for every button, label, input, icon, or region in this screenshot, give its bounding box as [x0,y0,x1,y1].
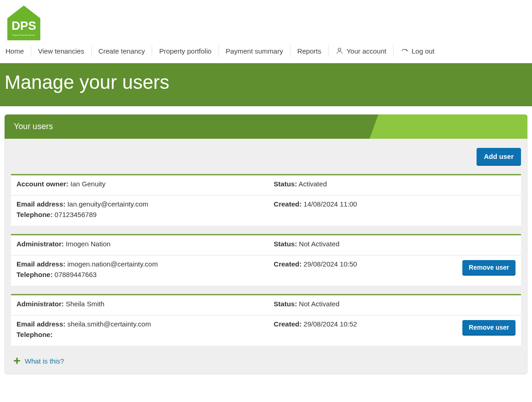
user-email: Email address: sheila.smith@certainty.co… [16,320,274,328]
user-status: Status: Not Activated [274,300,428,308]
user-created: Created: 29/08/2024 10:52 [274,320,428,328]
remove-user-button[interactable]: Remove user [462,260,516,275]
user-role-name: Account owner: Ian Genuity [16,180,274,188]
user-telephone: Telephone: [16,331,274,338]
main-nav: Home View tenancies Create tenancy Prope… [0,45,532,63]
user-email: Email address: Ian.genuity@certainty.com [16,200,274,208]
user-card-detail-row: Email address: Ian.genuity@certainty.com… [11,196,521,226]
logo-container: DPS Deposit Protection Service [0,0,532,45]
user-created: Created: 14/08/2024 11:00 [274,200,428,208]
help-row: What is this? [5,354,527,369]
user-telephone: Telephone: 07123456789 [16,211,274,218]
dps-logo: DPS Deposit Protection Service [5,5,42,41]
user-role-name: Administrator: Imogen Nation [16,240,274,248]
svg-rect-5 [14,360,20,362]
nav-view-tenancies[interactable]: View tenancies [31,45,92,57]
user-icon [335,47,344,55]
svg-point-3 [338,48,341,51]
nav-payment-summary[interactable]: Payment summary [219,45,291,57]
nav-reports[interactable]: Reports [291,45,329,57]
user-card-header-row: Administrator: Imogen NationStatus: Not … [11,235,521,255]
svg-text:Deposit Protection Service: Deposit Protection Service [12,34,35,36]
nav-your-account[interactable]: Your account [329,45,394,57]
logout-arrow-icon [400,47,409,55]
user-role-name: Administrator: Sheila Smith [16,300,274,308]
nav-create-tenancy[interactable]: Create tenancy [92,45,153,57]
panel-title: Your users [14,122,53,131]
nav-log-out-label: Log out [411,47,434,55]
panel-header: Your users [5,114,527,139]
user-card-detail-row: Email address: imogen.nation@certainty.c… [11,255,521,286]
user-card: Administrator: Imogen NationStatus: Not … [11,234,521,286]
add-user-button[interactable]: Add user [477,148,521,165]
users-panel: Your users Add user Account owner: Ian G… [5,114,527,374]
nav-your-account-label: Your account [346,47,386,55]
nav-home[interactable]: Home [5,45,31,57]
nav-property-portfolio[interactable]: Property portfolio [152,45,219,57]
plus-icon [13,357,21,365]
user-status: Status: Activated [274,180,428,188]
remove-user-button[interactable]: Remove user [462,320,516,335]
user-card-detail-row: Email address: sheila.smith@certainty.co… [11,315,521,346]
user-card-header-row: Account owner: Ian GenuityStatus: Activa… [11,175,521,196]
svg-text:DPS: DPS [11,19,36,33]
user-email: Email address: imogen.nation@certainty.c… [16,260,274,268]
what-is-this-link[interactable]: What is this? [25,357,64,365]
user-telephone: Telephone: 07889447663 [16,271,274,278]
nav-log-out[interactable]: Log out [394,45,441,57]
page-title: Manage your users [0,63,532,106]
add-user-row: Add user [5,139,527,174]
user-card: Administrator: Sheila SmithStatus: Not A… [11,294,521,346]
user-card: Account owner: Ian GenuityStatus: Activa… [11,174,521,226]
user-card-header-row: Administrator: Sheila SmithStatus: Not A… [11,295,521,315]
user-created: Created: 29/08/2024 10:50 [274,260,428,268]
user-status: Status: Not Activated [274,240,428,248]
